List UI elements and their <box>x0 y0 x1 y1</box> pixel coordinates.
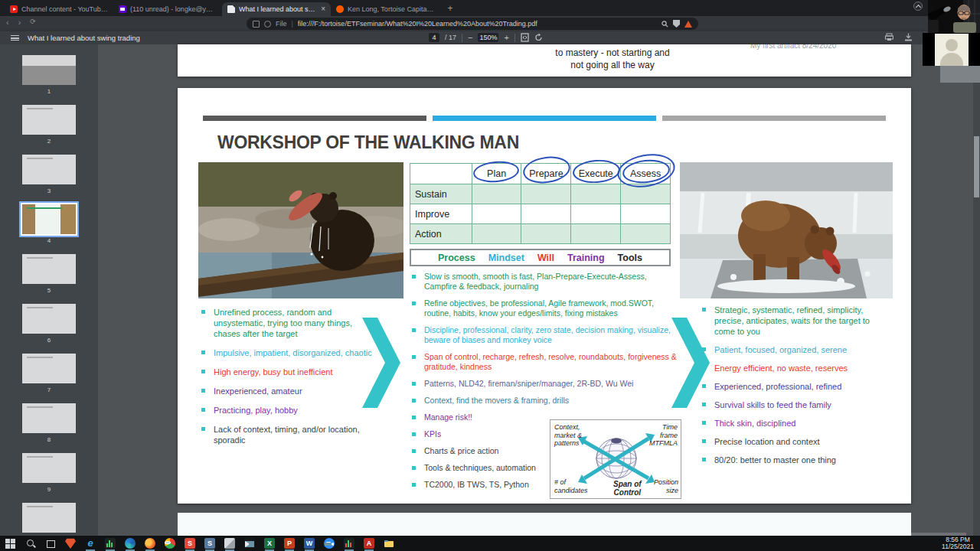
back-button[interactable]: ‹ <box>6 18 9 27</box>
file-scheme-icon <box>264 21 271 28</box>
chrome-icon[interactable] <box>165 538 175 549</box>
speaker-video-graphic <box>928 0 980 33</box>
zoom-icon[interactable] <box>324 538 335 549</box>
previous-page-note: My first artifact 8/24/2020 <box>750 44 836 50</box>
start-button-icon[interactable] <box>5 538 16 549</box>
url-omnibox[interactable]: File | file:///F:/tortoise/ETFseminar/Wh… <box>247 18 698 30</box>
media-app-icon[interactable] <box>244 538 255 549</box>
bullet-item: Discipline, professional, clarity, zero … <box>412 325 681 345</box>
firefox-icon[interactable] <box>145 538 155 549</box>
acrobat-icon[interactable]: A <box>364 538 374 549</box>
pdf-menu-icon[interactable] <box>11 35 19 41</box>
close-tab-icon[interactable]: × <box>321 5 325 13</box>
bullet-text: Impulsive, impatient, disorganized, chao… <box>214 347 372 358</box>
page-scroll-area[interactable]: to mastery - not starting and not going … <box>98 44 980 536</box>
audio-app-icon[interactable] <box>105 538 116 549</box>
next-page-fragment <box>178 513 911 536</box>
desktop: Channel content - YouTube Studio (110 un… <box>0 0 980 551</box>
bullet-marker <box>702 403 706 406</box>
page-thumbnail-3[interactable]: 3 <box>22 155 76 194</box>
3d-viewer-icon[interactable] <box>224 538 235 549</box>
reading-list-icon[interactable] <box>253 21 260 28</box>
avatar-head-shape <box>946 39 958 51</box>
word-icon[interactable]: W <box>304 538 315 549</box>
accent-bar-dark <box>203 116 426 121</box>
page-thumbnail-7[interactable]: 7 <box>22 354 76 393</box>
tab-patreon[interactable]: Ken Long, Tortoise Capital Mgt is crea <box>331 2 439 16</box>
bullet-text: Practicing, play, hobby <box>214 405 298 416</box>
bullet-marker <box>201 389 205 393</box>
participant-avatar-placeholder <box>935 34 969 66</box>
tab-swing-trading-pdf[interactable]: What I learned about swing tradi × <box>222 2 331 16</box>
page-number-label: 4 <box>47 237 51 244</box>
search-icon[interactable] <box>25 538 36 549</box>
zoom-level-value[interactable]: 150% <box>478 33 498 42</box>
page-number-label: 1 <box>47 88 51 95</box>
page-thumbnail-4-selected[interactable]: 4 <box>22 204 76 244</box>
table-cell <box>472 224 521 244</box>
master-list: Strategic, systematic, refined, simplici… <box>702 305 892 465</box>
bullet-text: Unrefined process, random and unsystemat… <box>214 307 376 339</box>
zoom-page-icon[interactable] <box>662 21 668 28</box>
snagit-icon[interactable]: S <box>185 538 195 549</box>
fit-page-icon[interactable] <box>521 33 529 42</box>
page-thumbnail-5[interactable]: 5 <box>22 254 76 294</box>
page-thumbnail-10[interactable]: 10 <box>22 503 76 536</box>
chevron-arrow-left <box>362 318 400 408</box>
bullet-marker <box>412 466 416 470</box>
bullet-item: Lack of context, timing, and/or location… <box>201 424 376 445</box>
bullet-marker <box>702 308 706 311</box>
pdf-document-title: What I learned about swing trading <box>28 34 140 42</box>
rotate-icon[interactable] <box>534 33 543 42</box>
bullet-text: 80/20: better to master one thing <box>714 455 836 465</box>
tab-title: Channel content - YouTube Studio <box>21 5 108 13</box>
col-header-plan: Plan <box>472 164 521 184</box>
print-icon[interactable] <box>885 33 893 41</box>
col-header-execute: Execute <box>571 164 621 184</box>
vertical-scrollbar[interactable] <box>973 44 980 536</box>
bullet-marker <box>412 355 416 359</box>
page-thumbnail-1[interactable]: 1 <box>22 55 76 95</box>
page-thumbnail-9[interactable]: 9 <box>22 453 76 493</box>
brave-rewards-icon[interactable] <box>684 21 692 28</box>
snagit-editor-icon[interactable]: S <box>204 538 215 549</box>
page-thumbnail-8[interactable]: 8 <box>22 403 76 443</box>
download-icon[interactable] <box>904 33 913 41</box>
collapse-video-button[interactable] <box>913 2 923 11</box>
page-thumbnail-2[interactable]: 2 <box>22 105 76 145</box>
row-header-sustain: Sustain <box>410 184 472 204</box>
table-cell <box>521 224 571 244</box>
edge-icon[interactable] <box>125 538 136 549</box>
bullet-marker <box>201 408 205 412</box>
scrollbar-thumb[interactable] <box>974 136 979 197</box>
brave-shield-icon[interactable] <box>673 20 680 28</box>
bullet-text: Patterns, NLD42, fireman/sniper/manager,… <box>424 379 633 389</box>
tab-youtube-studio[interactable]: Channel content - YouTube Studio <box>5 2 113 16</box>
powerpoint-icon[interactable]: P <box>284 538 295 549</box>
diagram-label-position-size: Position size <box>654 478 678 494</box>
accent-bar-gray <box>662 116 886 121</box>
row-header-action: Action <box>410 224 472 244</box>
taskbar-clock[interactable]: 8:56 PM 11/25/2021 <box>942 536 974 550</box>
bullet-marker <box>412 416 416 419</box>
bullet-text: Tools & techniques, automation <box>424 463 536 473</box>
reload-button[interactable]: ⟳ <box>30 18 36 27</box>
audio-app-2-icon[interactable] <box>344 538 354 549</box>
internet-explorer-icon[interactable]: e <box>85 538 96 549</box>
ppea-table: Plan Prepare Execute Assess Sustain Impr… <box>410 163 671 244</box>
table-cell <box>571 204 621 224</box>
file-explorer-icon[interactable] <box>384 538 394 549</box>
forward-button[interactable]: › <box>18 18 21 27</box>
youtube-icon <box>10 5 18 13</box>
zoom-in-button[interactable]: + <box>504 33 508 42</box>
new-tab-button[interactable]: + <box>444 3 456 15</box>
page-number-input[interactable]: 4 <box>429 33 439 42</box>
tab-yahoo-mail[interactable]: (110 unread) - longke@yahoo.com - <box>113 2 222 16</box>
task-view-icon[interactable] <box>45 538 56 549</box>
zoom-out-button[interactable]: − <box>468 33 472 42</box>
brave-icon[interactable] <box>65 538 76 549</box>
previous-page-fragment: to mastery - not starting and not going … <box>178 44 911 77</box>
bullet-item: Thick skin, disciplined <box>702 418 892 429</box>
page-thumbnail-6[interactable]: 6 <box>22 304 76 344</box>
excel-icon[interactable]: X <box>264 538 275 549</box>
